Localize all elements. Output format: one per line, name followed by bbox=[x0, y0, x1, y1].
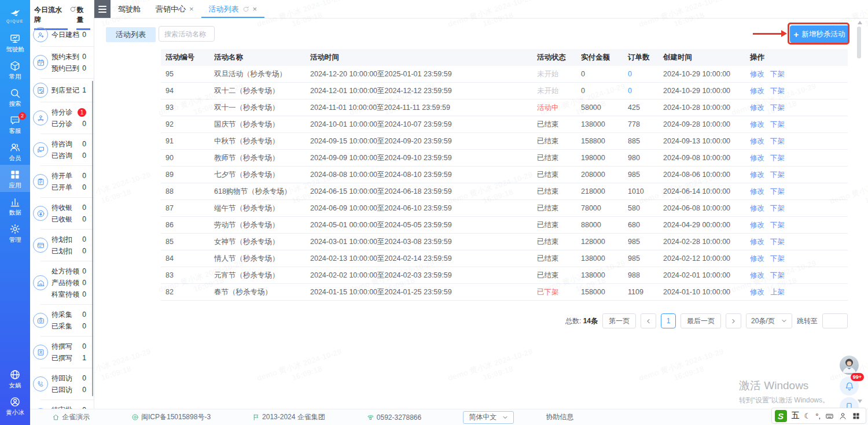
stat-item-待开单[interactable]: 待开单0 bbox=[52, 170, 86, 182]
nav-item-女娲[interactable]: 女娲 bbox=[0, 365, 30, 392]
close-icon[interactable]: × bbox=[189, 5, 194, 13]
refresh-icon[interactable] bbox=[242, 6, 249, 13]
action-link-下架[interactable]: 下架 bbox=[770, 204, 785, 212]
sidebar-scrollbar[interactable] bbox=[92, 81, 93, 396]
close-icon[interactable]: × bbox=[253, 5, 258, 13]
ime-mode-wubi[interactable]: 五 bbox=[792, 411, 800, 421]
person-icon[interactable] bbox=[838, 412, 847, 420]
current-page[interactable]: 1 bbox=[661, 313, 676, 328]
search-input[interactable] bbox=[159, 26, 215, 42]
action-link-下架[interactable]: 下架 bbox=[770, 154, 785, 162]
action-link-下架[interactable]: 下架 bbox=[770, 221, 785, 229]
stat-item-已划扣[interactable]: 已划扣0 bbox=[52, 245, 86, 257]
stat-item-预约已到[interactable]: 预约已到0 bbox=[52, 62, 86, 74]
add-seckill-activity-button[interactable]: + 新增秒杀活动 bbox=[790, 25, 849, 43]
tab-活动列表[interactable]: 活动列表× bbox=[201, 0, 265, 18]
stat-item-待采集[interactable]: 待采集0 bbox=[52, 309, 86, 320]
notification-bell-button[interactable]: 99+ bbox=[840, 376, 859, 396]
stat-item-待咨询[interactable]: 待咨询0 bbox=[52, 138, 86, 150]
nav-item-搜索[interactable]: 搜索 bbox=[0, 83, 30, 110]
stat-item-待划扣[interactable]: 待划扣0 bbox=[52, 234, 86, 245]
refresh-icon[interactable] bbox=[69, 6, 76, 13]
submenu-item-activity-list[interactable]: 活动列表 bbox=[106, 27, 156, 42]
last-page-button[interactable]: 最后一页 bbox=[681, 313, 721, 328]
action-link-修改[interactable]: 修改 bbox=[750, 271, 764, 279]
nav-item-黄小冰[interactable]: 黄小冰 bbox=[0, 392, 30, 419]
action-link-下架[interactable]: 下架 bbox=[770, 171, 785, 179]
help-info-link[interactable]: 协助信息 bbox=[546, 412, 573, 422]
keyboard-icon[interactable] bbox=[825, 412, 834, 420]
first-page-button[interactable]: 第一页 bbox=[602, 313, 636, 328]
stat-item-待撰写[interactable]: 待撰写0 bbox=[52, 341, 86, 352]
stat-item-到店登记[interactable]: 到店登记1 bbox=[52, 84, 86, 96]
nav-item-驾驶舱[interactable]: 驾驶舱 bbox=[0, 29, 30, 56]
stat-item-预约未到[interactable]: 预约未到0 bbox=[52, 51, 86, 62]
action-link-修改[interactable]: 修改 bbox=[750, 187, 764, 195]
assistant-avatar[interactable] bbox=[840, 356, 859, 375]
tab-驾驶舱[interactable]: 驾驶舱 bbox=[111, 0, 148, 18]
action-link-修改[interactable]: 修改 bbox=[750, 104, 764, 112]
nav-item-管理[interactable]: 管理 bbox=[0, 219, 30, 246]
action-link-修改[interactable]: 修改 bbox=[750, 171, 764, 179]
order-count-link[interactable]: 0 bbox=[628, 87, 632, 95]
stat-item-待审批[interactable]: 待审批0 bbox=[52, 404, 86, 409]
action-link-修改[interactable]: 修改 bbox=[750, 154, 764, 162]
scrollbar-down-arrow[interactable] bbox=[858, 400, 862, 403]
footer-item[interactable]: 企雀演示 bbox=[52, 412, 90, 422]
language-select[interactable]: 简体中文 bbox=[463, 411, 514, 424]
action-link-修改[interactable]: 修改 bbox=[750, 137, 764, 145]
action-link-下架[interactable]: 下架 bbox=[770, 120, 785, 128]
action-link-修改[interactable]: 修改 bbox=[750, 254, 764, 263]
nav-item-会员[interactable]: 会员 bbox=[0, 138, 30, 165]
action-link-修改[interactable]: 修改 bbox=[750, 221, 764, 229]
nav-item-应用[interactable]: 应用 bbox=[0, 165, 30, 192]
footer-item[interactable]: 闽ICP备15015898号-3 bbox=[131, 412, 211, 422]
action-link-下架[interactable]: 下架 bbox=[770, 238, 785, 246]
page-size-select[interactable]: 20条/页 bbox=[746, 313, 792, 328]
nav-item-常用[interactable]: 常用 bbox=[0, 56, 30, 83]
action-link-修改[interactable]: 修改 bbox=[750, 120, 764, 128]
action-link-修改[interactable]: 修改 bbox=[750, 204, 764, 212]
action-link-下架[interactable]: 下架 bbox=[770, 87, 785, 95]
order-count-link[interactable]: 0 bbox=[628, 70, 632, 78]
moon-icon[interactable]: ☾ bbox=[804, 412, 811, 420]
scrollbar-thumb[interactable] bbox=[857, 27, 861, 58]
stat-item-已撰写[interactable]: 已撰写1 bbox=[52, 352, 86, 364]
stat-item-已回访[interactable]: 已回访0 bbox=[52, 384, 86, 396]
punctuation-mode-icon[interactable]: °, bbox=[815, 412, 821, 420]
prev-page-button[interactable] bbox=[641, 313, 656, 328]
stat-item-今日建档[interactable]: 今日建档0 bbox=[52, 29, 86, 40]
stat-item-处方待领[interactable]: 处方待领0 bbox=[52, 265, 86, 277]
nav-item-数据[interactable]: 数据 bbox=[0, 192, 30, 219]
action-link-下架[interactable]: 下架 bbox=[770, 187, 785, 195]
stat-item-科室待领[interactable]: 科室待领0 bbox=[52, 289, 86, 300]
next-page-button[interactable] bbox=[726, 313, 741, 328]
stat-item-产品待领[interactable]: 产品待领0 bbox=[52, 277, 86, 289]
stat-item-已分诊[interactable]: 已分诊0 bbox=[52, 118, 86, 130]
sogou-logo-icon[interactable]: S bbox=[775, 410, 787, 422]
stat-item-已咨询[interactable]: 已咨询0 bbox=[52, 150, 86, 161]
action-link-下架[interactable]: 下架 bbox=[770, 271, 785, 279]
action-link-修改[interactable]: 修改 bbox=[750, 238, 764, 246]
stat-item-已收银[interactable]: 已收银0 bbox=[52, 213, 86, 225]
action-link-上架[interactable]: 上架 bbox=[770, 288, 785, 296]
footer-item[interactable]: 2013-2024 企雀集团 bbox=[252, 412, 325, 422]
collapse-menu-button[interactable] bbox=[94, 0, 111, 18]
action-link-下架[interactable]: 下架 bbox=[770, 70, 785, 78]
jump-to-input[interactable] bbox=[822, 313, 848, 328]
scrollbar-up-arrow[interactable] bbox=[858, 21, 862, 24]
tab-营销中心[interactable]: 营销中心× bbox=[148, 0, 201, 18]
stat-item-已采集[interactable]: 已采集0 bbox=[52, 320, 86, 332]
footer-item[interactable]: 0592-3278866 bbox=[367, 413, 421, 422]
action-link-修改[interactable]: 修改 bbox=[750, 288, 764, 296]
action-link-下架[interactable]: 下架 bbox=[770, 137, 785, 145]
grid-menu-icon[interactable] bbox=[852, 412, 860, 420]
nav-item-客服[interactable]: 客服2 bbox=[0, 110, 30, 138]
action-link-下架[interactable]: 下架 bbox=[770, 254, 785, 263]
stat-item-待分诊[interactable]: 待分诊1 bbox=[52, 106, 86, 118]
stat-item-待回访[interactable]: 待回访0 bbox=[52, 372, 86, 384]
stat-item-已开单[interactable]: 已开单0 bbox=[52, 182, 86, 193]
action-link-修改[interactable]: 修改 bbox=[750, 87, 764, 95]
action-link-下架[interactable]: 下架 bbox=[770, 104, 785, 112]
stat-item-待收银[interactable]: 待收银0 bbox=[52, 202, 86, 213]
